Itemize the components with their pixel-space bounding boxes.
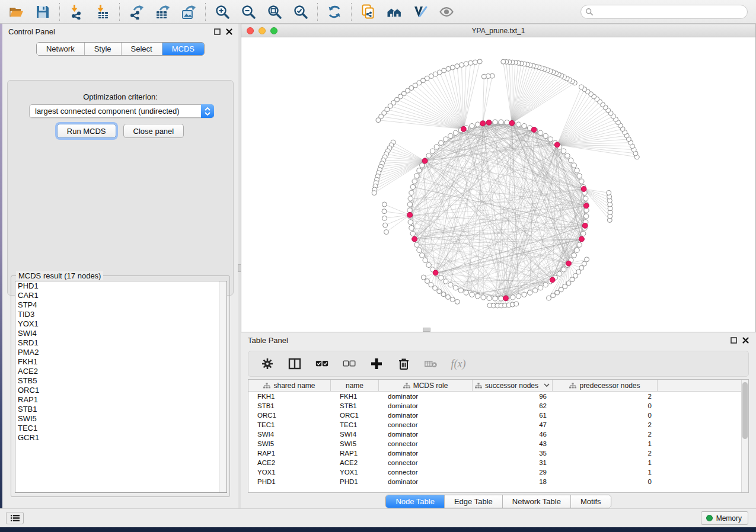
style-brush-icon[interactable]	[412, 4, 429, 20]
network-node[interactable]	[581, 231, 586, 236]
network-node[interactable]	[382, 202, 387, 207]
network-node[interactable]	[425, 279, 430, 284]
tab-style[interactable]: Style	[85, 43, 122, 55]
mcds-list-scrollbar[interactable]	[219, 281, 227, 492]
network-hub-node[interactable]	[583, 203, 589, 209]
gear-icon[interactable]	[259, 355, 276, 372]
network-node[interactable]	[583, 196, 588, 201]
network-node[interactable]	[577, 174, 582, 178]
network-node[interactable]	[505, 120, 509, 125]
table-row[interactable]: PHD1PHD1dominator180	[248, 477, 748, 486]
network-node[interactable]	[561, 149, 566, 153]
network-hub-node[interactable]	[433, 270, 438, 275]
table-row[interactable]: RAP1RAP1dominator352	[248, 448, 748, 458]
mcds-result-item[interactable]: TID3	[15, 310, 227, 319]
network-node[interactable]	[481, 74, 486, 79]
network-hub-node[interactable]	[579, 236, 585, 242]
network-node[interactable]	[464, 290, 468, 295]
export-table-icon[interactable]	[154, 4, 171, 20]
network-node[interactable]	[499, 120, 503, 124]
network-node[interactable]	[412, 179, 417, 184]
network-node[interactable]	[487, 296, 492, 300]
network-hub-node[interactable]	[550, 277, 555, 283]
network-node[interactable]	[409, 226, 414, 230]
mcds-result-item[interactable]: STB5	[15, 376, 227, 386]
network-hub-node[interactable]	[509, 120, 515, 126]
network-node[interactable]	[443, 279, 448, 284]
run-mcds-button[interactable]: Run MCDS	[57, 124, 116, 138]
float-window-icon[interactable]	[731, 337, 737, 344]
memory-button[interactable]: Memory	[701, 511, 748, 525]
network-node[interactable]	[555, 290, 560, 295]
network-node[interactable]	[548, 137, 553, 142]
mcds-result-item[interactable]: RAP1	[15, 395, 227, 405]
network-node[interactable]	[376, 118, 381, 123]
network-node[interactable]	[426, 153, 431, 158]
network-hub-node[interactable]	[461, 126, 466, 132]
mcds-result-item[interactable]: STP4	[15, 300, 227, 310]
column-header-predecessor-nodes[interactable]: predecessor nodes	[553, 380, 658, 391]
network-node[interactable]	[557, 271, 562, 276]
network-node[interactable]	[473, 60, 477, 65]
tab-node-table[interactable]: Node Table	[386, 495, 445, 508]
network-node[interactable]	[460, 63, 464, 68]
network-hub-node[interactable]	[486, 120, 492, 125]
table-scrollbar[interactable]	[741, 380, 748, 492]
table-row[interactable]: ACE2ACE2connector311	[248, 458, 748, 467]
horizontal-splitter-handle[interactable]	[423, 328, 430, 332]
clone-network-icon[interactable]	[360, 4, 377, 20]
network-node[interactable]	[439, 140, 444, 145]
network-node[interactable]	[448, 282, 453, 287]
network-node[interactable]	[543, 282, 548, 287]
network-node[interactable]	[516, 294, 521, 299]
zoom-selected-icon[interactable]	[292, 4, 309, 20]
network-node[interactable]	[477, 59, 482, 64]
network-node[interactable]	[577, 242, 582, 247]
import-table-icon[interactable]	[94, 4, 111, 20]
mcds-result-item[interactable]: YOX1	[15, 319, 227, 329]
network-node[interactable]	[434, 145, 439, 149]
network-node[interactable]	[464, 62, 468, 66]
network-node[interactable]	[575, 168, 579, 173]
network-node[interactable]	[551, 293, 556, 298]
network-node[interactable]	[575, 248, 579, 252]
network-node[interactable]	[511, 295, 515, 300]
network-hub-node[interactable]	[480, 121, 486, 126]
network-node[interactable]	[455, 64, 460, 69]
function-icon[interactable]: f(x)	[450, 355, 467, 372]
zoom-out-icon[interactable]	[240, 4, 257, 20]
close-panel-button[interactable]: Close panel	[123, 124, 184, 138]
delete-table-icon[interactable]	[423, 355, 439, 372]
network-node[interactable]	[423, 258, 428, 262]
network-node[interactable]	[410, 184, 415, 189]
network-node[interactable]	[572, 253, 576, 258]
network-node[interactable]	[475, 122, 480, 127]
tab-mcds[interactable]: MCDS	[162, 43, 204, 55]
network-node[interactable]	[538, 286, 543, 290]
network-node[interactable]	[533, 288, 538, 293]
network-node[interactable]	[384, 230, 389, 235]
network-hub-node[interactable]	[566, 261, 572, 266]
network-hub-node[interactable]	[422, 158, 428, 164]
houses-icon[interactable]	[386, 4, 403, 20]
table-row[interactable]: STB1STB1dominator620	[248, 401, 748, 411]
network-node[interactable]	[576, 270, 581, 274]
network-hub-node[interactable]	[554, 142, 560, 148]
network-node[interactable]	[426, 262, 431, 267]
network-node[interactable]	[417, 168, 422, 173]
mcds-result-item[interactable]: GCR1	[15, 433, 227, 443]
eye-icon[interactable]	[438, 4, 455, 20]
network-hub-node[interactable]	[581, 187, 586, 192]
network-node[interactable]	[407, 202, 412, 207]
network-hub-node[interactable]	[582, 223, 588, 229]
network-node[interactable]	[522, 124, 527, 129]
table-row[interactable]: YOX1YOX1connector291	[248, 467, 748, 477]
tab-edge-table[interactable]: Edge Table	[445, 495, 503, 508]
network-node[interactable]	[607, 190, 611, 195]
network-node[interactable]	[561, 267, 566, 272]
table-row[interactable]: TEC1TEC1connector472	[248, 420, 748, 430]
network-node[interactable]	[470, 124, 474, 129]
network-node[interactable]	[481, 295, 486, 300]
network-node[interactable]	[458, 288, 463, 293]
network-node[interactable]	[543, 133, 548, 138]
